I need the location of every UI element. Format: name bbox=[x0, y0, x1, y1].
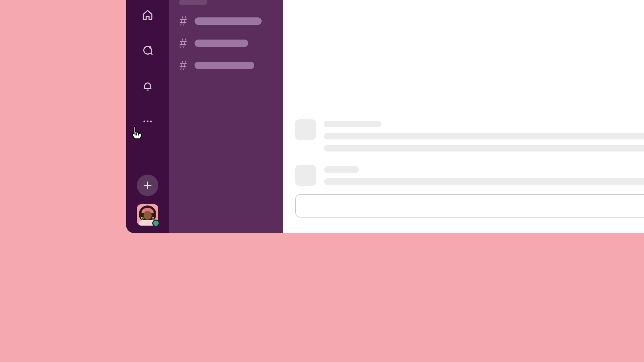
message-text-placeholder bbox=[324, 133, 644, 139]
message-avatar-placeholder bbox=[295, 165, 316, 186]
activity-icon[interactable] bbox=[140, 78, 156, 94]
compose-button[interactable] bbox=[137, 175, 158, 196]
home-icon[interactable] bbox=[140, 7, 156, 23]
message-author-placeholder bbox=[324, 166, 359, 173]
hash-icon: # bbox=[179, 15, 187, 27]
message-avatar-placeholder bbox=[295, 119, 316, 140]
user-avatar[interactable] bbox=[137, 204, 158, 226]
hash-icon: # bbox=[179, 59, 187, 72]
nav-rail bbox=[126, 0, 169, 233]
message-author-placeholder bbox=[324, 121, 381, 127]
dms-icon[interactable] bbox=[140, 42, 156, 58]
channel-name-placeholder bbox=[195, 17, 262, 25]
rail-bottom bbox=[126, 175, 169, 226]
channel-item[interactable]: # bbox=[179, 15, 273, 27]
message-text-placeholder bbox=[324, 145, 644, 152]
app-window: # # # bbox=[126, 0, 644, 233]
channel-panel: # # # bbox=[169, 0, 283, 233]
more-icon[interactable] bbox=[140, 113, 156, 129]
message-item bbox=[295, 119, 644, 152]
svg-point-2 bbox=[147, 120, 148, 122]
message-pane bbox=[283, 0, 644, 233]
channel-item[interactable]: # bbox=[179, 37, 273, 50]
svg-point-3 bbox=[150, 120, 152, 122]
channel-name-placeholder bbox=[195, 62, 254, 69]
channel-item[interactable]: # bbox=[179, 59, 273, 72]
channel-name-placeholder bbox=[195, 40, 248, 47]
message-composer[interactable] bbox=[295, 194, 644, 218]
message-item bbox=[295, 165, 644, 186]
message-text-placeholder bbox=[324, 178, 644, 185]
svg-point-1 bbox=[144, 120, 145, 122]
channels-section-label bbox=[179, 0, 207, 5]
hash-icon: # bbox=[179, 37, 187, 50]
svg-point-0 bbox=[149, 46, 151, 49]
presence-indicator bbox=[152, 220, 160, 227]
